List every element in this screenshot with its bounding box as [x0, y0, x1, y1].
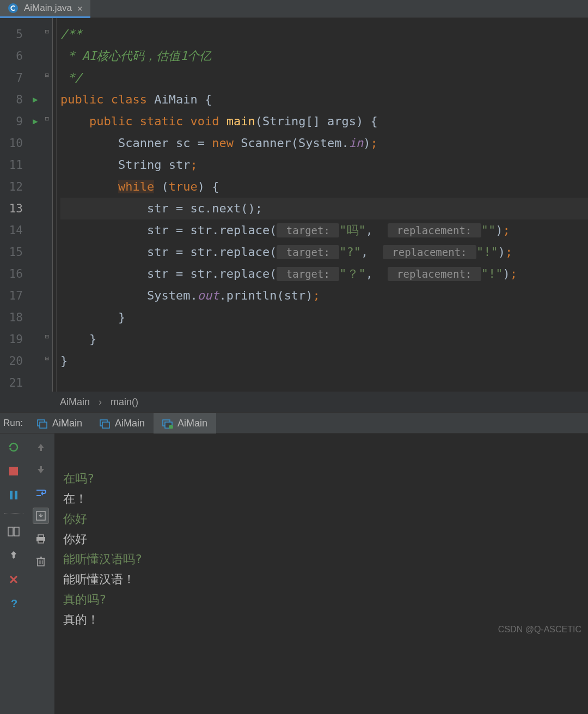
watermark-text: CSDN @Q-ASCETIC — [498, 625, 581, 634]
run-line-icon[interactable]: ▶ — [33, 116, 38, 126]
svg-rect-18 — [38, 535, 44, 538]
separator — [4, 513, 23, 514]
svg-rect-11 — [8, 527, 13, 536]
line-number[interactable]: 8 — [0, 89, 29, 111]
run-label: Run: — [0, 418, 28, 429]
param-hint: target: — [277, 223, 339, 237]
editor-area: 56789101112131415161718192021 ⊟ ⊟ ▶ ▶ ⊟ … — [0, 18, 588, 392]
run-tab[interactable]: AiMain — [91, 413, 154, 434]
run-tool-window: ? 在吗?在！你好你好能听懂汉语吗?能听懂汉语！真的吗?真的！ — [0, 434, 588, 714]
console-line: 你好 — [63, 509, 588, 529]
comment: /** — [60, 27, 82, 41]
line-number[interactable]: 11 — [0, 154, 29, 176]
fold-open-icon[interactable]: ⊟ — [45, 28, 49, 35]
run-toolbar: ? — [0, 434, 27, 714]
line-number[interactable]: 12 — [0, 176, 29, 198]
svg-rect-4 — [102, 422, 109, 428]
console-line: 能听懂汉语吗? — [63, 549, 588, 569]
up-arrow-icon[interactable] — [33, 439, 49, 455]
layout-button[interactable] — [5, 523, 22, 540]
editor-tabs-bar: AiMain.java × — [0, 0, 588, 18]
fold-close-icon[interactable]: ⊟ — [45, 71, 49, 79]
line-number[interactable]: 9 — [0, 111, 29, 132]
svg-rect-9 — [10, 491, 13, 499]
run-tab-bar: Run: AiMainAiMainAiMain — [0, 412, 588, 434]
console-line: 在吗? — [63, 468, 588, 489]
console-toolbar — [27, 434, 54, 714]
run-tab[interactable]: AiMain — [154, 413, 216, 434]
code-area[interactable]: /** * AI核心代码，估值1个亿 */ public class AiMai… — [52, 18, 588, 392]
close-icon[interactable]: × — [77, 3, 83, 14]
pause-button[interactable] — [5, 487, 22, 503]
rerun-button[interactable] — [5, 439, 22, 455]
svg-point-0 — [8, 3, 18, 13]
line-number[interactable]: 18 — [0, 307, 29, 328]
fold-open-icon[interactable]: ⊟ — [45, 115, 49, 123]
svg-rect-14 — [40, 448, 42, 451]
line-number[interactable]: 21 — [0, 372, 29, 394]
line-number[interactable]: 16 — [0, 263, 29, 285]
svg-rect-12 — [14, 527, 19, 536]
trash-button[interactable] — [33, 553, 49, 570]
file-tab-label: AiMain.java — [24, 3, 72, 14]
svg-rect-15 — [40, 466, 42, 469]
line-number[interactable]: 7 — [0, 67, 29, 89]
fold-close-icon[interactable]: ⊟ — [45, 355, 49, 362]
comment: */ — [60, 71, 82, 84]
line-number[interactable]: 10 — [0, 132, 29, 154]
breadcrumb-item[interactable]: AiMain — [60, 396, 90, 408]
comment: * AI核心代码，估值1个亿 — [60, 49, 211, 63]
current-line: str = sc.next(); — [60, 198, 588, 219]
line-number[interactable]: 14 — [0, 219, 29, 241]
console-line: 能听懂汉语！ — [63, 569, 588, 589]
svg-rect-19 — [38, 540, 44, 543]
param-hint: replacement: — [388, 267, 481, 281]
fold-close-icon[interactable]: ⊟ — [45, 333, 49, 340]
console-line: 你好 — [63, 529, 588, 549]
chevron-right-icon: › — [99, 396, 102, 408]
line-number[interactable]: 17 — [0, 285, 29, 307]
run-line-icon[interactable]: ▶ — [33, 94, 38, 105]
file-tab-aimain[interactable]: AiMain.java × — [0, 0, 90, 18]
line-number[interactable]: 13 — [0, 198, 29, 219]
java-class-file-icon — [8, 3, 19, 14]
console-output[interactable]: 在吗?在！你好你好能听懂汉语吗?能听懂汉语！真的吗?真的！ — [54, 434, 588, 714]
stop-button[interactable] — [5, 463, 22, 479]
console-line: 在！ — [63, 489, 588, 509]
down-arrow-icon[interactable] — [33, 462, 49, 478]
run-tab[interactable]: AiMain — [28, 413, 91, 434]
print-button[interactable] — [33, 530, 49, 547]
help-button[interactable]: ? — [5, 595, 22, 612]
breadcrumb: AiMain › main() — [0, 392, 588, 412]
line-number[interactable]: 19 — [0, 328, 29, 350]
param-hint: replacement: — [383, 245, 476, 259]
svg-rect-2 — [40, 422, 47, 428]
param-hint: replacement: — [388, 223, 481, 237]
param-hint: target: — [277, 245, 339, 259]
pin-button[interactable] — [5, 547, 22, 564]
line-number[interactable]: 6 — [0, 45, 29, 67]
breadcrumb-item[interactable]: main() — [111, 396, 138, 408]
soft-wrap-button[interactable] — [33, 485, 49, 501]
svg-rect-8 — [9, 467, 18, 475]
line-number-gutter: 56789101112131415161718192021 — [0, 18, 29, 392]
gutter-marks: ⊟ ⊟ ▶ ▶ ⊟ ⊟ ⊟ — [29, 18, 52, 392]
run-config-icon — [162, 419, 173, 429]
line-number[interactable]: 20 — [0, 350, 29, 372]
scroll-to-end-button[interactable] — [33, 508, 49, 524]
close-button[interactable] — [5, 571, 22, 588]
run-config-icon — [100, 419, 111, 429]
svg-text:?: ? — [11, 598, 17, 609]
run-config-icon — [37, 419, 48, 429]
line-number[interactable]: 15 — [0, 241, 29, 263]
line-number[interactable]: 5 — [0, 23, 29, 45]
svg-rect-10 — [15, 491, 17, 499]
console-line: 真的吗? — [63, 589, 588, 609]
param-hint: target: — [277, 267, 339, 281]
